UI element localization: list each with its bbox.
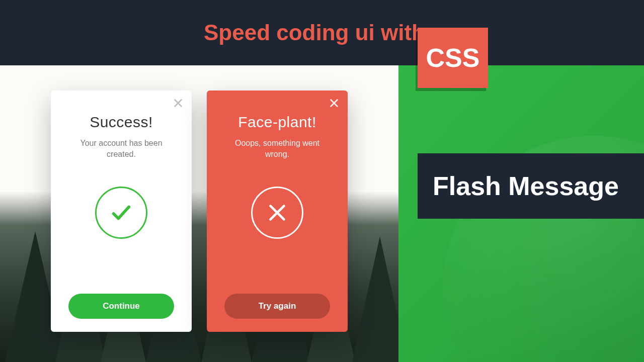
try-again-button[interactable]: Try again: [224, 294, 330, 319]
success-card-title: Success!: [90, 114, 153, 131]
error-card: Face-plant! Ooops, something went wrong.…: [207, 90, 348, 332]
css-badge: CSS: [418, 28, 488, 88]
success-card-body: Your account has been created.: [68, 138, 174, 160]
error-card-title: Face-plant!: [238, 114, 316, 131]
subtitle-bar: Flash Message: [418, 153, 644, 219]
close-icon[interactable]: [329, 98, 340, 109]
header-title: Speed coding ui with: [204, 20, 425, 45]
error-card-body: Ooops, something went wrong.: [224, 138, 330, 160]
close-icon[interactable]: [173, 98, 184, 109]
continue-button[interactable]: Continue: [68, 294, 174, 319]
success-card: Success! Your account has been created. …: [51, 90, 192, 332]
preview-panel: Success! Your account has been created. …: [0, 65, 398, 362]
cards-row: Success! Your account has been created. …: [0, 90, 398, 332]
cross-icon: [251, 187, 303, 239]
subtitle-label: Flash Message: [433, 171, 619, 201]
header-bar: Speed coding ui with: [0, 0, 644, 65]
check-icon: [95, 187, 147, 239]
css-badge-label: CSS: [426, 43, 480, 73]
